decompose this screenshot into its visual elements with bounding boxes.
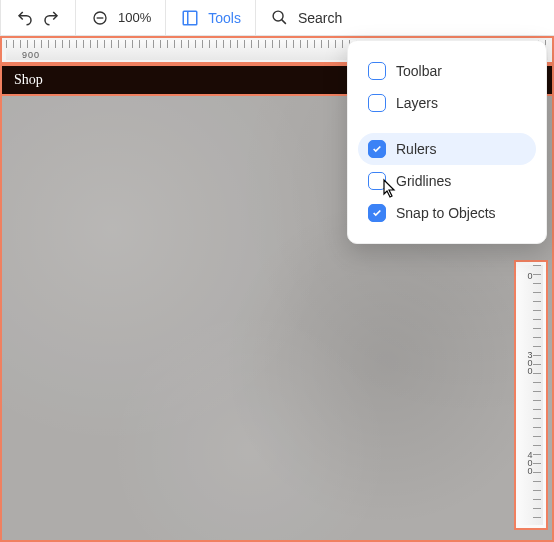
search-label: Search [298, 10, 342, 26]
v-ruler-label-300: 300 [525, 350, 535, 374]
dropdown-item-rulers[interactable]: Rulers [358, 133, 536, 165]
svg-point-4 [274, 11, 284, 21]
dropdown-item-gridlines[interactable]: Gridlines [358, 165, 536, 197]
dropdown-label: Snap to Objects [396, 205, 496, 221]
zoom-out-icon[interactable] [90, 8, 110, 28]
tools-menu-button[interactable]: Tools [166, 0, 255, 36]
v-ruler-ticks [533, 265, 541, 525]
dropdown-item-layers[interactable]: Layers [358, 87, 536, 119]
checkbox-toolbar[interactable] [368, 62, 386, 80]
dropdown-item-snap[interactable]: Snap to Objects [358, 197, 536, 229]
v-ruler-label-0: 0 [525, 271, 535, 279]
dropdown-label: Layers [396, 95, 438, 111]
search-button[interactable]: Search [256, 0, 356, 36]
v-ruler-label-400: 400 [525, 450, 535, 474]
dropdown-item-toolbar[interactable]: Toolbar [358, 55, 536, 87]
svg-line-5 [282, 20, 286, 24]
checkbox-gridlines[interactable] [368, 172, 386, 190]
dropdown-label: Gridlines [396, 173, 451, 189]
tools-label: Tools [208, 10, 241, 26]
vertical-ruler[interactable]: 0 300 400 [514, 260, 548, 530]
checkbox-layers[interactable] [368, 94, 386, 112]
undo-icon[interactable] [15, 8, 35, 28]
redo-icon[interactable] [41, 8, 61, 28]
nav-item-shop[interactable]: Shop [14, 72, 43, 88]
zoom-group[interactable]: 100% [76, 0, 165, 36]
checkbox-rulers[interactable] [368, 140, 386, 158]
search-icon [270, 8, 290, 28]
tools-dropdown: Toolbar Layers Rulers Gridlines Snap to … [347, 40, 547, 244]
tools-icon [180, 8, 200, 28]
zoom-value: 100% [118, 10, 151, 25]
checkbox-snap[interactable] [368, 204, 386, 222]
history-group [1, 0, 75, 36]
svg-rect-2 [184, 11, 198, 25]
top-toolbar: 100% Tools Search [0, 0, 554, 36]
dropdown-label: Rulers [396, 141, 436, 157]
dropdown-label: Toolbar [396, 63, 442, 79]
h-ruler-label: 900 [22, 50, 40, 60]
